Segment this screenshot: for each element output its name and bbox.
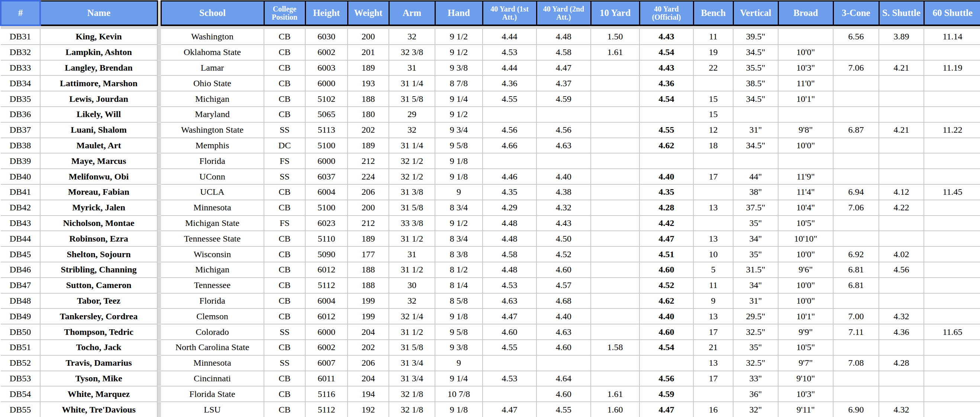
cell-college-position[interactable]: CB <box>264 278 305 293</box>
cell-school[interactable]: Washington <box>161 29 264 45</box>
cell-arm[interactable]: 31 5/8 <box>389 340 435 355</box>
cell-arm[interactable]: 32 1/2 <box>389 153 435 169</box>
cell-hand[interactable]: 9 1/2 <box>435 107 482 122</box>
cell-broad[interactable] <box>778 107 833 122</box>
cell-college-position[interactable]: FS <box>264 216 305 231</box>
cell-weight[interactable]: 193 <box>348 75 389 91</box>
cell-60-shuttle[interactable] <box>924 91 980 107</box>
cell-40yd-official[interactable]: 4.60 <box>640 262 694 278</box>
cell-40yd-1st[interactable]: 4.53 <box>482 45 536 60</box>
cell-broad[interactable]: 9'10" <box>778 371 833 387</box>
cell-s-shuttle[interactable]: 4.56 <box>879 262 924 278</box>
cell-bench[interactable]: 12 <box>694 122 733 138</box>
cell-40yd-2nd[interactable]: 4.38 <box>536 185 591 200</box>
cell-college-position[interactable]: CB <box>264 386 305 402</box>
cell-60-shuttle[interactable] <box>924 340 980 355</box>
cell-broad[interactable]: 9'7" <box>778 355 833 371</box>
cell-school[interactable]: Clemson <box>161 309 264 324</box>
cell-height[interactable]: 5110 <box>305 231 348 247</box>
cell-height[interactable]: 6000 <box>305 324 348 340</box>
cell-40yd-2nd[interactable]: 4.59 <box>536 91 591 107</box>
cell-10yd[interactable] <box>591 185 640 200</box>
cell-school[interactable]: Tennessee <box>161 278 264 293</box>
cell-school[interactable]: Florida <box>161 153 264 169</box>
cell-bench[interactable]: 9 <box>694 293 733 309</box>
cell-player-number[interactable]: DB52 <box>1 355 40 371</box>
cell-weight[interactable]: 199 <box>348 293 389 309</box>
cell-school[interactable]: Michigan State <box>161 216 264 231</box>
cell-s-shuttle[interactable] <box>879 231 924 247</box>
cell-bench[interactable]: 17 <box>694 324 733 340</box>
cell-school[interactable]: Florida State <box>161 386 264 402</box>
cell-hand[interactable]: 9 1/2 <box>435 216 482 231</box>
column-header-school[interactable]: School <box>161 1 264 25</box>
cell-s-shuttle[interactable] <box>879 138 924 153</box>
cell-10yd[interactable] <box>591 278 640 293</box>
column-header-40yd-2nd[interactable]: 40 Yard (2nd Att.) <box>536 1 591 25</box>
cell-school[interactable]: Colorado <box>161 324 264 340</box>
cell-60-shuttle[interactable] <box>924 355 980 371</box>
cell-weight[interactable]: 202 <box>348 122 389 138</box>
cell-bench[interactable]: 18 <box>694 138 733 153</box>
cell-vertical[interactable]: 31" <box>733 122 778 138</box>
cell-school[interactable]: UConn <box>161 169 264 185</box>
column-header-name[interactable]: Name <box>40 1 157 25</box>
cell-vertical[interactable]: 37.5" <box>733 200 778 216</box>
cell-40yd-official[interactable] <box>640 107 694 122</box>
cell-40yd-1st[interactable]: 4.29 <box>482 200 536 216</box>
cell-vertical[interactable]: 34.5" <box>733 45 778 60</box>
cell-height[interactable]: 5112 <box>305 402 348 417</box>
cell-10yd[interactable] <box>591 122 640 138</box>
cell-40yd-1st[interactable]: 4.44 <box>482 29 536 45</box>
cell-40yd-1st[interactable]: 4.47 <box>482 309 536 324</box>
cell-40yd-2nd[interactable]: 4.57 <box>536 278 591 293</box>
cell-weight[interactable]: 206 <box>348 185 389 200</box>
cell-40yd-1st[interactable]: 4.46 <box>482 169 536 185</box>
column-header-arm[interactable]: Arm <box>389 1 435 25</box>
cell-bench[interactable] <box>694 185 733 200</box>
cell-40yd-2nd[interactable]: 4.48 <box>536 29 591 45</box>
cell-vertical[interactable]: 34" <box>733 231 778 247</box>
cell-vertical[interactable]: 39.5" <box>733 29 778 45</box>
cell-60-shuttle[interactable] <box>924 138 980 153</box>
cell-arm[interactable]: 30 <box>389 278 435 293</box>
cell-broad[interactable]: 9'8" <box>778 122 833 138</box>
cell-3cone[interactable]: 7.06 <box>833 60 879 76</box>
cell-60-shuttle[interactable] <box>924 309 980 324</box>
cell-height[interactable]: 6004 <box>305 185 348 200</box>
cell-arm[interactable]: 31 3/4 <box>389 355 435 371</box>
cell-school[interactable]: Washington State <box>161 122 264 138</box>
cell-broad[interactable]: 10'1" <box>778 309 833 324</box>
cell-player-number[interactable]: DB54 <box>1 386 40 402</box>
cell-hand[interactable]: 8 1/4 <box>435 278 482 293</box>
column-header-s-shuttle[interactable]: S. Shuttle <box>879 1 924 25</box>
cell-3cone[interactable] <box>833 340 879 355</box>
cell-s-shuttle[interactable]: 4.21 <box>879 60 924 76</box>
cell-3cone[interactable]: 6.92 <box>833 247 879 262</box>
cell-player-number[interactable]: DB31 <box>1 29 40 45</box>
cell-weight[interactable]: 189 <box>348 138 389 153</box>
cell-40yd-official[interactable]: 4.51 <box>640 247 694 262</box>
cell-40yd-1st[interactable] <box>482 355 536 371</box>
cell-player-number[interactable]: DB32 <box>1 45 40 60</box>
cell-vertical[interactable] <box>733 153 778 169</box>
cell-school[interactable]: Oklahoma State <box>161 45 264 60</box>
cell-broad[interactable]: 11'0" <box>778 75 833 91</box>
cell-player-name[interactable]: Lampkin, Ashton <box>40 45 157 60</box>
cell-player-name[interactable]: Likely, Will <box>40 107 157 122</box>
cell-40yd-1st[interactable]: 4.63 <box>482 293 536 309</box>
cell-hand[interactable]: 8 5/8 <box>435 293 482 309</box>
cell-60-shuttle[interactable] <box>924 278 980 293</box>
cell-weight[interactable]: 189 <box>348 60 389 76</box>
cell-40yd-2nd[interactable]: 4.63 <box>536 324 591 340</box>
cell-bench[interactable]: 21 <box>694 340 733 355</box>
cell-college-position[interactable]: SS <box>264 169 305 185</box>
cell-player-number[interactable]: DB38 <box>1 138 40 153</box>
cell-3cone[interactable] <box>833 231 879 247</box>
cell-3cone[interactable] <box>833 45 879 60</box>
cell-arm[interactable]: 33 3/8 <box>389 216 435 231</box>
cell-60-shuttle[interactable] <box>924 231 980 247</box>
cell-bench[interactable] <box>694 75 733 91</box>
cell-arm[interactable]: 32 1/8 <box>389 402 435 417</box>
cell-10yd[interactable] <box>591 169 640 185</box>
